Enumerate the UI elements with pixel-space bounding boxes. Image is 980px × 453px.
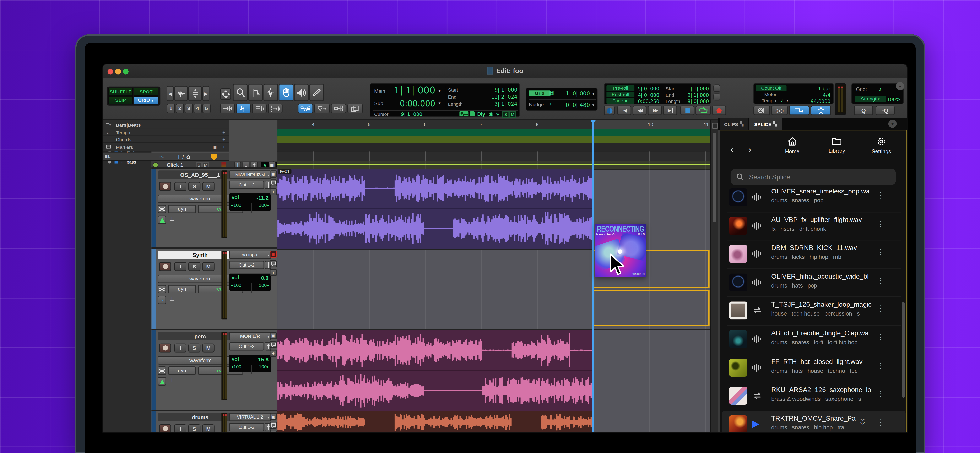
solo-button[interactable]: S xyxy=(188,343,200,353)
volume-value[interactable]: -11.2 xyxy=(256,195,269,201)
track-comments-button[interactable] xyxy=(270,260,277,267)
click-one-button[interactable]: 1 xyxy=(242,162,250,168)
click-track-name[interactable]: Click 1 xyxy=(167,162,183,168)
click-view-button[interactable]: ▣ xyxy=(269,162,275,168)
playhead-marker[interactable] xyxy=(590,120,596,124)
main-counter-dropdown-icon[interactable]: ▼ xyxy=(438,89,441,93)
dyn-button[interactable]: dyn xyxy=(168,366,196,375)
tempo-value[interactable]: 94.0000 xyxy=(794,99,830,105)
chords-ruler-label[interactable]: Chords + xyxy=(103,136,229,143)
grid-value[interactable]: 1| 0| 000 xyxy=(554,90,590,97)
zoom-out-button[interactable]: ◀ xyxy=(167,86,174,101)
input-selector[interactable]: VIRTUAL 1-2▾ xyxy=(229,413,271,421)
transport-option-button-1[interactable] xyxy=(713,85,721,92)
quantize-input-button[interactable]: -Q xyxy=(875,106,895,115)
waveform-icon[interactable] xyxy=(752,221,762,230)
pan-left[interactable]: ◂100 xyxy=(231,202,241,208)
kebab-menu-icon[interactable]: ⋮ xyxy=(877,333,885,342)
return-to-zero-button[interactable]: ◀ xyxy=(617,106,631,115)
audio-clip-drums[interactable] xyxy=(277,411,593,433)
sample-row[interactable]: DBM_SDRNB_KICK_11.wav drums kicks hip ho… xyxy=(721,240,907,269)
dyn-button[interactable]: dyn xyxy=(168,205,196,213)
add-chord-icon[interactable]: + xyxy=(222,137,225,143)
track-header-perc[interactable]: perc▼ I S M waveform▾ ∗ dyn read▾ ⊥ MON … xyxy=(151,330,277,411)
asterisk-icon[interactable]: ∗ xyxy=(496,111,500,117)
click-v-led[interactable]: v xyxy=(264,162,266,167)
input-monitor-button[interactable]: I xyxy=(175,262,186,271)
nav-home[interactable]: Home xyxy=(776,137,808,155)
scrubber-tool-button[interactable] xyxy=(294,84,309,101)
kebab-menu-icon[interactable]: ⋮ xyxy=(877,191,885,200)
insertion-follows-playback-button[interactable] xyxy=(268,103,282,113)
record-enable-button[interactable] xyxy=(159,343,171,353)
tempo-band[interactable] xyxy=(277,129,710,137)
kebab-menu-icon[interactable]: ⋮ xyxy=(877,248,885,257)
automation-follows-edit-button[interactable] xyxy=(314,103,330,113)
click-solo-button[interactable]: S xyxy=(196,162,202,168)
heart-icon[interactable]: ♡ xyxy=(859,418,866,427)
loop-icon[interactable] xyxy=(752,391,762,400)
sel-length-value[interactable]: 3| 1| 024 xyxy=(466,101,517,107)
record-safe-button[interactable]: ▣ xyxy=(270,251,277,257)
meter-value[interactable]: 4/4 xyxy=(799,92,830,98)
pan-left[interactable]: ◂100 xyxy=(231,283,241,288)
scrollbar-thumb[interactable] xyxy=(713,133,716,222)
waveform-icon[interactable] xyxy=(752,335,762,343)
kebab-menu-icon[interactable]: ⋮ xyxy=(877,418,885,427)
pan-right[interactable]: 100▸ xyxy=(259,202,269,208)
playhead[interactable] xyxy=(592,120,593,433)
solo-button[interactable]: S xyxy=(188,182,200,191)
sub-counter-dropdown-icon[interactable]: ▼ xyxy=(438,101,441,105)
record-enable-button[interactable] xyxy=(159,424,171,433)
solo-button[interactable]: S xyxy=(188,262,200,271)
nav-settings[interactable]: Settings xyxy=(865,137,897,155)
grid-mode-button[interactable]: GRID▼ xyxy=(134,96,159,105)
sub-counter-value[interactable]: 0:00.000 xyxy=(370,99,435,108)
volume-display[interactable]: vol -15.8 ◂100 | 100▸ xyxy=(229,355,271,372)
post-roll-value[interactable]: 4| 0| 000 xyxy=(631,92,659,98)
track-comments-button[interactable] xyxy=(270,422,277,429)
volume-value[interactable]: 0.0 xyxy=(261,275,269,281)
timeline-scrollbar[interactable] xyxy=(710,120,718,433)
zoom-preset-1[interactable]: 1 xyxy=(167,103,175,113)
zoomer-tool-button[interactable] xyxy=(233,84,248,101)
loop-icon[interactable] xyxy=(752,306,762,315)
edit-selection-icon[interactable] xyxy=(470,111,476,116)
grid-toggle[interactable]: Grid xyxy=(529,90,550,96)
shuffle-mode-button[interactable]: SHUFFLE xyxy=(108,88,133,96)
sample-row[interactable]: RKU_ARSA2_126_saxophone_lo brass & woodw… xyxy=(721,382,907,410)
input-monitor-button[interactable]: I xyxy=(175,343,186,353)
sample-row[interactable]: T_TSJF_126_shaker_loop_magic house tech … xyxy=(721,297,907,325)
kebab-menu-icon[interactable]: ⋮ xyxy=(877,389,885,398)
ruler-view-icon[interactable]: ≣▾ xyxy=(106,122,111,127)
track-freeze-button[interactable]: ▣ xyxy=(270,332,277,339)
grabber-tool-button[interactable] xyxy=(279,84,293,101)
count-off-toggle[interactable]: Count Off xyxy=(756,85,786,91)
click-input-button[interactable]: i xyxy=(234,162,241,168)
count-off-value[interactable]: 1 bar xyxy=(799,86,830,92)
go-to-end-button[interactable]: ▶ xyxy=(663,106,677,115)
pan-left[interactable]: ◂100 xyxy=(231,364,241,370)
input-selector[interactable]: MIC/LINE/HIZ/M▾ xyxy=(229,170,271,179)
strength-toggle[interactable]: Strength: xyxy=(855,96,886,102)
waveform-icon[interactable] xyxy=(752,363,762,372)
scroll-home-icon[interactable] xyxy=(712,123,718,129)
track-freeze-button[interactable]: ▣ xyxy=(270,413,277,420)
chords-band[interactable] xyxy=(277,136,710,144)
zoom-preset-2[interactable]: 2 xyxy=(176,103,184,113)
zoom-preset-5[interactable]: 5 xyxy=(202,103,211,113)
panel-menu-icon[interactable]: ▼ xyxy=(888,119,897,128)
back-icon[interactable]: ‹ xyxy=(730,145,733,155)
nudge-value[interactable]: 0| 0| 480 xyxy=(554,102,590,108)
track-comments-button[interactable] xyxy=(270,180,277,186)
output-selector[interactable]: Out 1-2 xyxy=(229,423,264,431)
sample-row-playing[interactable]: TRKTRN_OMCV_Snare_Pa drums snares hip ho… xyxy=(721,410,907,433)
click-mute-button[interactable]: M xyxy=(202,162,209,168)
sel-start-value[interactable]: 9| 1| 000 xyxy=(466,87,517,93)
zoom-in-button[interactable]: ▶ xyxy=(202,86,209,101)
layered-editing-button[interactable] xyxy=(331,103,346,113)
sample-row[interactable]: OLIVER_snare_timeless_pop.wa drums snare… xyxy=(721,188,907,211)
move-tool-button[interactable] xyxy=(220,89,231,100)
strength-value[interactable]: 100% xyxy=(883,97,900,103)
transport-end-value[interactable]: 9| 1| 000 xyxy=(680,92,709,98)
